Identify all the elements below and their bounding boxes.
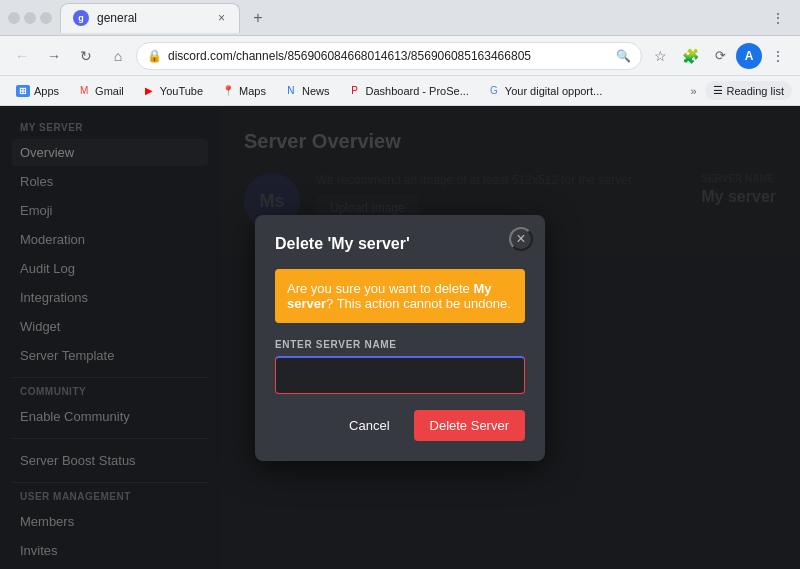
maps-favicon: 📍 [221,84,235,98]
active-tab[interactable]: g general × [60,3,240,33]
toolbar-actions: ☆ 🧩 ⟳ A ⋮ [646,42,792,70]
address-text: discord.com/channels/856906084668014613/… [168,49,610,63]
home-button[interactable]: ⌂ [104,42,132,70]
news-favicon: N [284,84,298,98]
delete-server-modal: × Delete 'My server' Are you sure you wa… [255,215,545,461]
new-tab-button[interactable]: + [244,4,272,32]
bookmark-gmail[interactable]: M Gmail [69,81,132,101]
reading-list-label: Reading list [727,85,784,97]
modal-title: Delete 'My server' [275,235,525,253]
bookmark-gmail-label: Gmail [95,85,124,97]
back-button[interactable]: ← [8,42,36,70]
bookmark-google[interactable]: G Your digital opport... [479,81,610,101]
google-favicon: G [487,84,501,98]
modal-input-label: ENTER SERVER NAME [275,339,525,350]
reading-list-button[interactable]: ☰ Reading list [705,81,792,100]
browser-menu-button[interactable]: ⋮ [764,42,792,70]
reading-list-icon: ☰ [713,84,723,97]
lock-icon: 🔒 [147,49,162,63]
back-icon: ← [15,48,29,64]
delete-server-button[interactable]: Delete Server [414,410,525,441]
youtube-favicon: ▶ [142,84,156,98]
bookmarks-more-button[interactable]: » [684,82,702,100]
forward-icon: → [47,48,61,64]
window-controls [8,12,52,24]
maximize-button[interactable] [24,12,36,24]
profile-button[interactable]: A [736,43,762,69]
bookmark-maps-label: Maps [239,85,266,97]
bookmark-news-label: News [302,85,330,97]
modal-close-button[interactable]: × [509,227,533,251]
tab-bar: g general × + [60,0,764,36]
browser-frame: g general × + ⋮ ← → ↻ ⌂ 🔒 discord.com/ch… [0,0,800,569]
browser-toolbar: ← → ↻ ⌂ 🔒 discord.com/channels/856906084… [0,36,800,76]
modal-overlay: × Delete 'My server' Are you sure you wa… [0,106,800,569]
bookmark-youtube-label: YouTube [160,85,203,97]
bookmark-apps-label: Apps [34,85,59,97]
tab-close-button[interactable]: × [216,9,227,27]
tab-title: general [97,11,208,25]
modal-actions: Cancel Delete Server [275,410,525,441]
modal-warning: Are you sure you want to delete My serve… [275,269,525,323]
reload-icon: ↻ [80,48,92,64]
apps-favicon: ⊞ [16,84,30,98]
dashboard-favicon: P [347,84,361,98]
bookmark-dashboard-label: Dashboard - ProSe... [365,85,468,97]
bookmark-maps[interactable]: 📍 Maps [213,81,274,101]
modal-warning-text-after: ? This action cannot be undone. [326,296,511,311]
sync-button[interactable]: ⟳ [706,42,734,70]
bookmark-youtube[interactable]: ▶ YouTube [134,81,211,101]
server-name-input[interactable] [275,356,525,394]
bookmark-dashboard[interactable]: P Dashboard - ProSe... [339,81,476,101]
address-bar[interactable]: 🔒 discord.com/channels/85690608466801461… [136,42,642,70]
close-window-button[interactable] [40,12,52,24]
window-menu-button[interactable]: ⋮ [764,4,792,32]
bookmark-apps[interactable]: ⊞ Apps [8,81,67,101]
forward-button[interactable]: → [40,42,68,70]
cancel-button[interactable]: Cancel [333,410,405,441]
modal-warning-text-before: Are you sure you want to delete [287,281,473,296]
extensions-button[interactable]: 🧩 [676,42,704,70]
bookmark-news[interactable]: N News [276,81,338,101]
bookmarks-bar: ⊞ Apps M Gmail ▶ YouTube 📍 Maps N News P… [0,76,800,106]
page-content: MY SERVER Overview Roles Emoji Moderatio… [0,106,800,569]
search-icon: 🔍 [616,49,631,63]
home-icon: ⌂ [114,48,122,64]
tab-favicon: g [73,10,89,26]
bookmark-google-label: Your digital opport... [505,85,602,97]
minimize-button[interactable] [8,12,20,24]
gmail-favicon: M [77,84,91,98]
bookmark-star-button[interactable]: ☆ [646,42,674,70]
reload-button[interactable]: ↻ [72,42,100,70]
browser-titlebar: g general × + ⋮ [0,0,800,36]
